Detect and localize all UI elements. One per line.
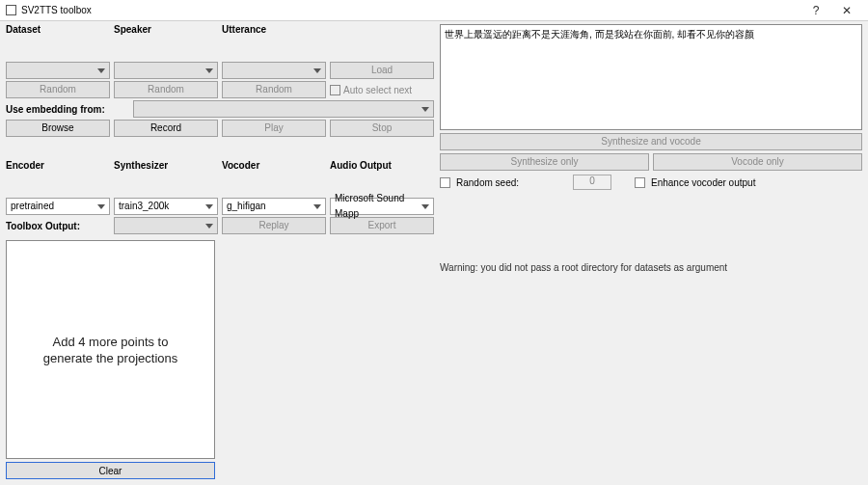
- chevron-down-icon: [421, 204, 429, 209]
- load-button[interactable]: Load: [330, 62, 434, 79]
- text-input-content: 世界上最遥远的距离不是天涯海角, 而是我站在你面前, 却看不见你的容颜: [445, 29, 754, 40]
- audio-output-combo[interactable]: Microsoft Sound Mapp: [330, 198, 434, 215]
- label-vocoder: Vocoder: [222, 160, 326, 171]
- label-audio-output: Audio Output: [330, 160, 434, 171]
- text-input[interactable]: 世界上最遥远的距离不是天涯海角, 而是我站在你面前, 却看不见你的容颜: [440, 24, 862, 130]
- dataset-combo[interactable]: [6, 62, 110, 79]
- app-icon: [6, 5, 16, 15]
- projection-canvas: Add 4 more points to generate the projec…: [6, 240, 215, 459]
- chevron-down-icon: [205, 68, 213, 73]
- chevron-down-icon: [97, 204, 105, 209]
- replay-button[interactable]: Replay: [222, 217, 326, 234]
- right-panel: 世界上最遥远的距离不是天涯海角, 而是我站在你面前, 却看不见你的容颜 Synt…: [440, 24, 862, 479]
- utterance-combo[interactable]: [222, 62, 326, 79]
- chevron-down-icon: [97, 68, 105, 73]
- random-seed-input[interactable]: 0: [573, 175, 611, 190]
- random-seed-label: Random seed:: [456, 177, 570, 188]
- clear-button[interactable]: Clear: [6, 462, 215, 479]
- warning-text: Warning: you did not pass a root directo…: [440, 262, 862, 273]
- speaker-combo[interactable]: [114, 62, 218, 79]
- stop-button[interactable]: Stop: [330, 120, 434, 137]
- client-area: Dataset Speaker Utterance Load Random Ra…: [0, 21, 868, 485]
- record-button[interactable]: Record: [114, 120, 218, 137]
- chevron-down-icon: [205, 204, 213, 209]
- synthesizer-value: train3_200k: [119, 199, 169, 214]
- toolbox-output-label: Toolbox Output:: [6, 217, 110, 234]
- enhance-vocoder-checkbox[interactable]: [635, 177, 645, 188]
- window-title: SV2TTS toolbox: [21, 5, 800, 15]
- encoder-combo[interactable]: pretrained: [6, 198, 110, 215]
- play-button[interactable]: Play: [222, 120, 326, 137]
- label-utterance: Utterance: [222, 24, 326, 35]
- vocode-only-button[interactable]: Vocode only: [653, 153, 862, 171]
- vocoder-combo[interactable]: g_hifigan: [222, 198, 326, 215]
- toolbox-output-combo[interactable]: [114, 217, 218, 234]
- left-panel: Dataset Speaker Utterance Load Random Ra…: [6, 24, 434, 479]
- label-speaker: Speaker: [114, 24, 218, 35]
- synthesize-and-vocode-button[interactable]: Synthesize and vocode: [440, 133, 862, 150]
- chevron-down-icon: [205, 224, 213, 229]
- random-dataset-button[interactable]: Random: [6, 81, 110, 98]
- random-speaker-button[interactable]: Random: [114, 81, 218, 98]
- label-dataset: Dataset: [6, 24, 110, 35]
- vocoder-value: g_hifigan: [227, 199, 266, 214]
- label-synthesizer: Synthesizer: [114, 160, 218, 171]
- synthesizer-combo[interactable]: train3_200k: [114, 198, 218, 215]
- auto-select-next-label: Auto select next: [343, 85, 412, 95]
- use-embedding-from-label: Use embedding from:: [6, 100, 129, 118]
- close-button[interactable]: ✕: [831, 1, 862, 20]
- random-utterance-button[interactable]: Random: [222, 81, 326, 98]
- audio-output-value: Microsoft Sound Mapp: [335, 191, 418, 222]
- auto-select-next-checkbox[interactable]: [330, 85, 340, 95]
- chevron-down-icon: [313, 68, 321, 73]
- label-encoder: Encoder: [6, 160, 110, 171]
- synthesize-only-button[interactable]: Synthesize only: [440, 153, 649, 171]
- encoder-value: pretrained: [11, 199, 54, 214]
- chevron-down-icon: [313, 204, 321, 209]
- browse-button[interactable]: Browse: [6, 120, 110, 137]
- help-button[interactable]: ?: [800, 1, 831, 20]
- chevron-down-icon: [421, 107, 429, 112]
- projection-hint: Add 4 more points to generate the projec…: [43, 334, 177, 366]
- titlebar: SV2TTS toolbox ? ✕: [0, 0, 868, 21]
- enhance-vocoder-label: Enhance vocoder output: [651, 177, 755, 188]
- random-seed-checkbox[interactable]: [440, 177, 450, 188]
- embedding-combo[interactable]: [133, 100, 434, 118]
- auto-select-next-wrap: Auto select next: [330, 81, 434, 98]
